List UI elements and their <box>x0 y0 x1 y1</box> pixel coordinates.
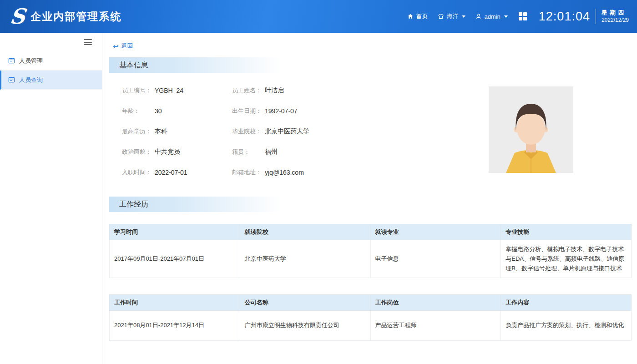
cell-school: 北京中医药大学 <box>240 240 370 278</box>
app-logo-icon: S <box>9 6 26 27</box>
panel-list-icon <box>8 76 15 83</box>
work-table-wrap: 工作时间 公司名称 工作岗位 工作内容 2021年08月01日-2021年12月… <box>109 294 632 341</box>
section-title-text: 工作经历 <box>119 200 148 209</box>
cell-study-period: 2017年09月01日-2021年07月01日 <box>110 240 240 278</box>
nav-admin-dropdown[interactable]: admin <box>475 13 507 20</box>
nav-group-label: 海洋 <box>446 12 458 20</box>
clock-time: 12:01:04 <box>539 10 590 24</box>
education-table-wrap: 学习时间 就读院校 就读专业 专业技能 2017年09月01日-2021年07月… <box>109 224 632 278</box>
field-employee-name: 员工姓名： 叶洁启 <box>232 86 414 95</box>
basic-info-section-title: 基本信息 <box>109 57 281 73</box>
education-table-header-row: 学习时间 就读院校 就读专业 专业技能 <box>110 224 632 240</box>
column-header: 工作时间 <box>110 295 240 311</box>
work-experience-section-title: 工作经历 <box>109 197 281 212</box>
field-university: 毕业院校： 北京中医药大学 <box>232 127 414 136</box>
header-actions: 首页 海洋 admin 12:01:04 星期四 2022/12 <box>397 9 629 24</box>
basic-info-fields: 员工编号： YGBH_24 员工姓名： 叶洁启 年龄： 30 出生日期： 199… <box>122 86 414 177</box>
nav-group-dropdown[interactable]: 海洋 <box>438 12 465 20</box>
nav-home[interactable]: 首页 <box>407 12 428 20</box>
column-header: 学习时间 <box>110 224 240 240</box>
cell-duties: 负责产品推广方案的策划、执行、检测和优化 <box>501 311 632 341</box>
panel-list-icon <box>8 57 15 64</box>
cell-skills: 掌握电路分析、模拟电子技术、数字电子技术与EDA、信号与系统、高频电子线路、通信… <box>501 240 632 278</box>
sidebar: 人员管理 人员查询 <box>0 33 102 364</box>
field-employee-id: 员工编号： YGBH_24 <box>122 86 232 95</box>
column-header: 就读院校 <box>240 224 370 240</box>
column-header: 工作岗位 <box>370 295 501 311</box>
education-table: 学习时间 就读院校 就读专业 专业技能 2017年09月01日-2021年07月… <box>109 224 632 278</box>
collapse-menu-icon[interactable] <box>84 39 92 45</box>
back-label: 返回 <box>121 42 133 50</box>
cell-work-period: 2021年08月01日-2021年12月14日 <box>110 311 240 341</box>
work-experience-section: 工作经历 学习时间 就读院校 就读专业 专业技能 2017年09月01日-202… <box>109 197 632 341</box>
main-content: ↩ 返回 基本信息 员工编号： YGBH_24 员工姓名： 叶洁启 年龄： 30… <box>103 33 637 364</box>
field-birth-date: 出生日期： 1992-07-07 <box>232 107 414 115</box>
nav-home-label: 首页 <box>416 12 428 20</box>
field-political-status: 政治面貌： 中共党员 <box>122 148 232 156</box>
table-row: 2021年08月01日-2021年12月14日 广州市康立明生物科技有限责任公司… <box>110 311 632 341</box>
chevron-down-icon <box>504 15 508 18</box>
app-title: 企业内部管理系统 <box>30 10 121 24</box>
back-arrow-icon: ↩ <box>113 43 119 50</box>
sidebar-item-label: 人员查询 <box>19 76 43 84</box>
employee-avatar <box>489 86 573 173</box>
apps-grid-icon[interactable] <box>519 12 527 20</box>
basic-info-panel: 员工编号： YGBH_24 员工姓名： 叶洁启 年龄： 30 出生日期： 199… <box>109 73 632 177</box>
sidebar-item-label: 人员管理 <box>19 57 43 65</box>
cell-major: 电子信息 <box>370 240 501 278</box>
work-table: 工作时间 公司名称 工作岗位 工作内容 2021年08月01日-2021年12月… <box>109 294 632 341</box>
cell-position: 产品运营工程师 <box>370 311 501 341</box>
column-header: 工作内容 <box>501 295 632 311</box>
back-button[interactable]: ↩ 返回 <box>113 42 133 50</box>
clock-weekday: 星期四 <box>602 9 629 17</box>
field-education: 最高学历： 本科 <box>122 127 232 136</box>
clock-date: 2022/12/29 <box>602 17 629 24</box>
avatar-illustration <box>489 86 573 173</box>
sidebar-item-personnel-management[interactable]: 人员管理 <box>0 51 102 71</box>
work-table-header-row: 工作时间 公司名称 工作岗位 工作内容 <box>110 295 632 311</box>
clock-widget: 12:01:04 星期四 2022/12/29 <box>539 9 629 24</box>
user-icon <box>475 13 482 20</box>
table-row: 2017年09月01日-2021年07月01日 北京中医药大学 电子信息 掌握电… <box>110 240 632 278</box>
app-header: S 企业内部管理系统 首页 海洋 admin <box>0 0 637 33</box>
chevron-down-icon <box>462 15 465 18</box>
clock-divider <box>596 9 596 24</box>
column-header: 就读专业 <box>370 224 501 240</box>
field-email: 邮箱地址： yjq@163.com <box>232 168 414 177</box>
field-age: 年龄： 30 <box>122 107 232 115</box>
home-icon <box>407 13 414 20</box>
column-header: 专业技能 <box>501 224 632 240</box>
cell-company: 广州市康立明生物科技有限责任公司 <box>240 311 370 341</box>
section-title-text: 基本信息 <box>119 61 148 70</box>
field-native-place: 籍贯： 福州 <box>232 148 414 156</box>
column-header: 公司名称 <box>240 295 370 311</box>
nav-admin-label: admin <box>484 13 500 20</box>
sidebar-item-personnel-query[interactable]: 人员查询 <box>0 71 102 90</box>
field-hire-date: 入职时间： 2022-07-01 <box>122 168 232 177</box>
shirt-icon <box>438 13 444 20</box>
